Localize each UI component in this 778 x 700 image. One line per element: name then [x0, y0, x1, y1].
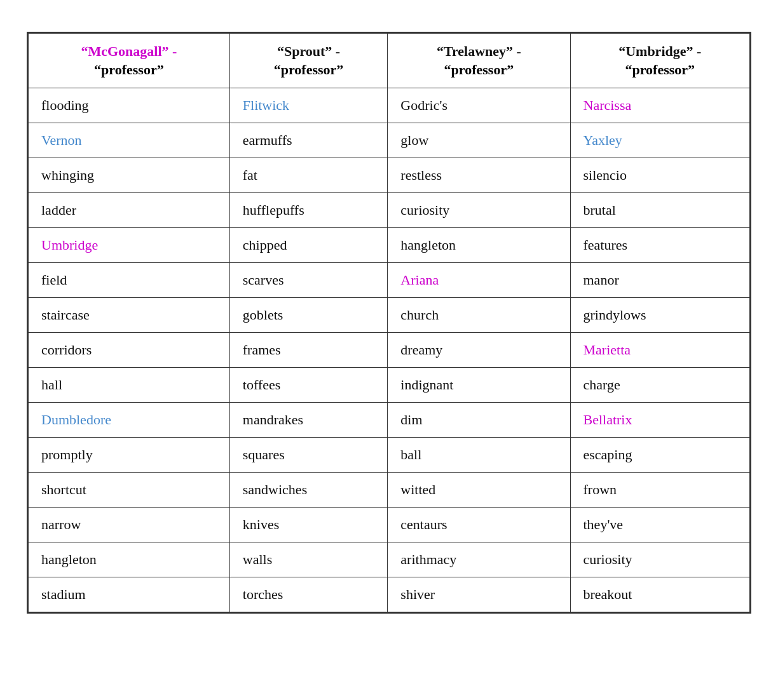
cell-text: shortcut [41, 481, 86, 497]
cell-text: ladder [41, 202, 76, 218]
cell-text: narrow [41, 516, 81, 532]
table-cell: goblets [229, 298, 388, 333]
cell-text: features [584, 237, 628, 253]
table-cell: Bellatrix [570, 403, 750, 438]
cell-text: ball [400, 447, 421, 462]
cell-text: Vernon [41, 132, 82, 148]
table-cell: field [29, 263, 230, 298]
cell-text: they've [584, 516, 624, 532]
cell-text: Yaxley [584, 132, 622, 148]
cell-text: Dumbledore [41, 412, 111, 427]
table-cell: hall [29, 368, 230, 403]
cell-text: hangleton [400, 237, 456, 253]
table-cell: staircase [29, 298, 230, 333]
table-cell: flooding [29, 88, 230, 123]
table-row: staircasegobletschurchgrindylows [29, 298, 750, 333]
cell-text: hufflepuffs [243, 202, 304, 218]
cell-text: torches [243, 586, 283, 602]
cell-text: corridors [41, 342, 92, 358]
table-row: whingingfatrestlesssilencio [29, 158, 750, 193]
cell-text: arithmacy [400, 551, 456, 567]
table-cell: Marietta [570, 333, 750, 368]
header-label-trelawney: “professor” [444, 62, 514, 77]
table-row: corridorsframesdreamyMarietta [29, 333, 750, 368]
header-quote-trelawney: “Trelawney” - [437, 43, 521, 59]
cell-text: knives [243, 516, 279, 532]
cell-text: chipped [243, 237, 287, 253]
table-cell: torches [229, 577, 388, 612]
cell-text: witted [400, 481, 435, 497]
cell-text: glow [400, 132, 428, 148]
table-cell: they've [570, 508, 750, 542]
cell-text: restless [400, 167, 442, 183]
cell-text: centaurs [400, 516, 447, 532]
table-cell: grindylows [570, 298, 750, 333]
cell-text: Godric's [400, 97, 447, 113]
cell-text: dreamy [400, 342, 442, 358]
column-header-umbridge: “Umbridge” -“professor” [570, 34, 750, 88]
table-cell: toffees [229, 368, 388, 403]
table-cell: shortcut [29, 473, 230, 508]
table-cell: witted [388, 473, 570, 508]
cell-text: curiosity [400, 202, 449, 218]
cell-text: staircase [41, 307, 90, 323]
cell-text: toffees [243, 377, 280, 393]
cell-text: promptly [41, 447, 93, 462]
cell-text: Marietta [584, 342, 631, 358]
cell-text: breakout [584, 586, 632, 602]
header-quote-mcgonagall: “McGonagall” - [81, 43, 177, 59]
table-row: VernonearmuffsglowYaxley [29, 123, 750, 158]
table-row: promptlysquaresballescaping [29, 438, 750, 473]
header-row: “McGonagall” -“professor”“Sprout” -“prof… [29, 34, 750, 88]
table-cell: Umbridge [29, 228, 230, 263]
cell-text: fat [243, 167, 257, 183]
cell-text: walls [243, 551, 272, 567]
header-label-umbridge: “professor” [625, 62, 695, 77]
table-cell: whinging [29, 158, 230, 193]
table-cell: corridors [29, 333, 230, 368]
cell-text: shiver [400, 586, 435, 602]
table-cell: curiosity [388, 193, 570, 228]
table-cell: promptly [29, 438, 230, 473]
table-row: fieldscarvesArianamanor [29, 263, 750, 298]
table-cell: squares [229, 438, 388, 473]
table-cell: frames [229, 333, 388, 368]
table-cell: ladder [29, 193, 230, 228]
header-label-mcgonagall: “professor” [94, 62, 164, 77]
cell-text: charge [584, 377, 620, 393]
table-cell: fat [229, 158, 388, 193]
cell-text: earmuffs [243, 132, 292, 148]
table-cell: chipped [229, 228, 388, 263]
cell-text: Ariana [400, 272, 439, 288]
table-row: narrowknivescentaursthey've [29, 508, 750, 542]
cell-text: squares [243, 447, 285, 462]
cell-text: silencio [584, 167, 627, 183]
header-name-umbridge: “Umbridge” - [618, 43, 701, 59]
table-cell: earmuffs [229, 123, 388, 158]
table-cell: ball [388, 438, 570, 473]
header-name-sprout: “Sprout” - [277, 43, 340, 59]
table-cell: escaping [570, 438, 750, 473]
cell-text: goblets [243, 307, 283, 323]
table-row: shortcutsandwicheswittedfrown [29, 473, 750, 508]
cell-text: frames [243, 342, 281, 358]
header-quote-sprout: “Sprout” - [277, 43, 340, 59]
cell-text: curiosity [584, 551, 632, 567]
main-table-container: “McGonagall” -“professor”“Sprout” -“prof… [27, 32, 751, 614]
cell-text: mandrakes [243, 412, 303, 427]
cell-text: indignant [400, 377, 453, 393]
table-row: DumbledoremandrakesdimBellatrix [29, 403, 750, 438]
table-cell: centaurs [388, 508, 570, 542]
table-cell: knives [229, 508, 388, 542]
cell-text: sandwiches [243, 481, 307, 497]
column-header-trelawney: “Trelawney” -“professor” [388, 34, 570, 88]
cell-text: escaping [584, 447, 632, 462]
cell-text: manor [584, 272, 619, 288]
column-header-sprout: “Sprout” -“professor” [229, 34, 388, 88]
table-cell: restless [388, 158, 570, 193]
table-cell: manor [570, 263, 750, 298]
table-row: hangletonwallsarithmacycuriosity [29, 542, 750, 577]
table-cell: narrow [29, 508, 230, 542]
cell-text: field [41, 272, 67, 288]
cell-text: grindylows [584, 307, 646, 323]
